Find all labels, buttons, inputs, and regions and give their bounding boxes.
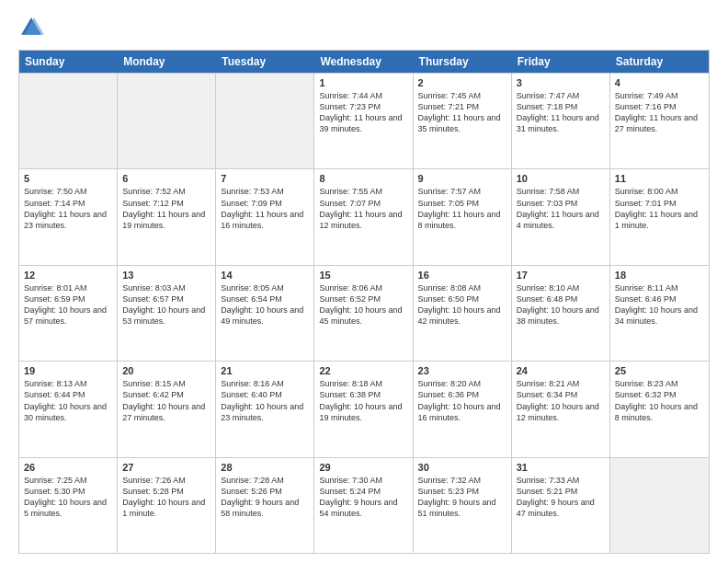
calendar-cell: 11Sunrise: 8:00 AM Sunset: 7:01 PM Dayli… (610, 169, 709, 264)
day-info: Sunrise: 8:11 AM Sunset: 6:46 PM Dayligh… (615, 282, 704, 327)
calendar-cell (19, 74, 118, 168)
calendar-cell: 17Sunrise: 8:10 AM Sunset: 6:48 PM Dayli… (512, 266, 610, 361)
weekday-header: Saturday (610, 51, 709, 73)
day-info: Sunrise: 8:10 AM Sunset: 6:48 PM Dayligh… (517, 282, 605, 327)
day-number: 25 (615, 365, 704, 376)
calendar-cell: 10Sunrise: 7:58 AM Sunset: 7:03 PM Dayli… (512, 169, 610, 264)
day-number: 12 (24, 270, 112, 281)
weekday-header: Tuesday (216, 51, 314, 73)
day-number: 11 (615, 173, 704, 184)
day-number: 3 (517, 77, 605, 88)
day-number: 13 (122, 270, 210, 281)
calendar-cell: 23Sunrise: 8:20 AM Sunset: 6:36 PM Dayli… (414, 362, 512, 456)
calendar-row: 1Sunrise: 7:44 AM Sunset: 7:23 PM Daylig… (19, 73, 709, 168)
calendar-cell: 15Sunrise: 8:06 AM Sunset: 6:52 PM Dayli… (314, 266, 413, 361)
day-info: Sunrise: 8:01 AM Sunset: 6:59 PM Dayligh… (24, 282, 112, 327)
day-info: Sunrise: 8:15 AM Sunset: 6:42 PM Dayligh… (122, 378, 210, 423)
calendar-cell: 24Sunrise: 8:21 AM Sunset: 6:34 PM Dayli… (512, 362, 610, 456)
header (18, 15, 710, 40)
calendar-cell: 21Sunrise: 8:16 AM Sunset: 6:40 PM Dayli… (216, 362, 314, 456)
day-number: 31 (517, 462, 605, 473)
day-info: Sunrise: 8:18 AM Sunset: 6:38 PM Dayligh… (319, 378, 407, 423)
calendar-cell: 9Sunrise: 7:57 AM Sunset: 7:05 PM Daylig… (414, 169, 512, 264)
calendar: SundayMondayTuesdayWednesdayThursdayFrid… (18, 50, 710, 554)
day-info: Sunrise: 8:16 AM Sunset: 6:40 PM Dayligh… (221, 378, 309, 423)
calendar-cell: 29Sunrise: 7:30 AM Sunset: 5:24 PM Dayli… (314, 458, 413, 553)
calendar-row: 19Sunrise: 8:13 AM Sunset: 6:44 PM Dayli… (19, 361, 709, 456)
day-info: Sunrise: 7:28 AM Sunset: 5:26 PM Dayligh… (221, 475, 309, 520)
calendar-cell: 31Sunrise: 7:33 AM Sunset: 5:21 PM Dayli… (512, 458, 610, 553)
calendar-row: 26Sunrise: 7:25 AM Sunset: 5:30 PM Dayli… (19, 457, 709, 553)
weekday-header: Wednesday (314, 51, 413, 73)
day-info: Sunrise: 7:32 AM Sunset: 5:23 PM Dayligh… (418, 475, 506, 520)
day-number: 24 (517, 365, 605, 376)
day-info: Sunrise: 7:52 AM Sunset: 7:12 PM Dayligh… (122, 186, 210, 231)
calendar-row: 5Sunrise: 7:50 AM Sunset: 7:14 PM Daylig… (19, 168, 709, 264)
day-info: Sunrise: 8:21 AM Sunset: 6:34 PM Dayligh… (517, 378, 605, 423)
day-info: Sunrise: 7:53 AM Sunset: 7:09 PM Dayligh… (221, 186, 309, 231)
day-info: Sunrise: 8:20 AM Sunset: 6:36 PM Dayligh… (418, 378, 506, 423)
day-number: 28 (221, 462, 309, 473)
calendar-cell: 27Sunrise: 7:26 AM Sunset: 5:28 PM Dayli… (118, 458, 216, 553)
calendar-cell: 12Sunrise: 8:01 AM Sunset: 6:59 PM Dayli… (19, 266, 118, 361)
day-number: 26 (24, 462, 112, 473)
day-number: 27 (122, 462, 210, 473)
day-number: 16 (418, 270, 506, 281)
day-info: Sunrise: 7:58 AM Sunset: 7:03 PM Dayligh… (517, 186, 605, 231)
day-number: 8 (319, 173, 407, 184)
calendar-cell: 2Sunrise: 7:45 AM Sunset: 7:21 PM Daylig… (414, 74, 512, 168)
day-number: 19 (24, 365, 112, 376)
logo-icon (18, 15, 44, 40)
day-info: Sunrise: 8:23 AM Sunset: 6:32 PM Dayligh… (615, 378, 704, 423)
weekday-header: Sunday (19, 51, 118, 73)
day-info: Sunrise: 8:00 AM Sunset: 7:01 PM Dayligh… (615, 186, 704, 231)
day-number: 4 (615, 77, 704, 88)
calendar-cell: 14Sunrise: 8:05 AM Sunset: 6:54 PM Dayli… (216, 266, 314, 361)
calendar-cell: 19Sunrise: 8:13 AM Sunset: 6:44 PM Dayli… (19, 362, 118, 456)
day-number: 29 (319, 462, 407, 473)
day-info: Sunrise: 7:33 AM Sunset: 5:21 PM Dayligh… (517, 475, 605, 520)
calendar-header: SundayMondayTuesdayWednesdayThursdayFrid… (19, 51, 709, 73)
calendar-cell (610, 458, 709, 553)
day-number: 7 (221, 173, 309, 184)
day-number: 14 (221, 270, 309, 281)
calendar-cell: 16Sunrise: 8:08 AM Sunset: 6:50 PM Dayli… (414, 266, 512, 361)
day-info: Sunrise: 7:55 AM Sunset: 7:07 PM Dayligh… (319, 186, 407, 231)
calendar-cell: 6Sunrise: 7:52 AM Sunset: 7:12 PM Daylig… (118, 169, 216, 264)
day-info: Sunrise: 8:06 AM Sunset: 6:52 PM Dayligh… (319, 282, 407, 327)
day-info: Sunrise: 8:08 AM Sunset: 6:50 PM Dayligh… (418, 282, 506, 327)
calendar-cell (118, 74, 216, 168)
day-info: Sunrise: 8:03 AM Sunset: 6:57 PM Dayligh… (122, 282, 210, 327)
day-number: 2 (418, 77, 506, 88)
day-info: Sunrise: 7:57 AM Sunset: 7:05 PM Dayligh… (418, 186, 506, 231)
calendar-cell: 5Sunrise: 7:50 AM Sunset: 7:14 PM Daylig… (19, 169, 118, 264)
calendar-cell: 1Sunrise: 7:44 AM Sunset: 7:23 PM Daylig… (314, 74, 413, 168)
day-number: 15 (319, 270, 407, 281)
weekday-header: Friday (512, 51, 610, 73)
weekday-header: Thursday (414, 51, 512, 73)
calendar-row: 12Sunrise: 8:01 AM Sunset: 6:59 PM Dayli… (19, 265, 709, 361)
calendar-cell: 13Sunrise: 8:03 AM Sunset: 6:57 PM Dayli… (118, 266, 216, 361)
calendar-cell: 28Sunrise: 7:28 AM Sunset: 5:26 PM Dayli… (216, 458, 314, 553)
day-info: Sunrise: 7:25 AM Sunset: 5:30 PM Dayligh… (24, 475, 112, 520)
day-info: Sunrise: 7:44 AM Sunset: 7:23 PM Dayligh… (319, 90, 407, 135)
day-info: Sunrise: 8:13 AM Sunset: 6:44 PM Dayligh… (24, 378, 112, 423)
calendar-cell: 30Sunrise: 7:32 AM Sunset: 5:23 PM Dayli… (414, 458, 512, 553)
day-info: Sunrise: 8:05 AM Sunset: 6:54 PM Dayligh… (221, 282, 309, 327)
calendar-cell: 22Sunrise: 8:18 AM Sunset: 6:38 PM Dayli… (314, 362, 413, 456)
day-number: 17 (517, 270, 605, 281)
day-info: Sunrise: 7:49 AM Sunset: 7:16 PM Dayligh… (615, 90, 704, 135)
day-info: Sunrise: 7:26 AM Sunset: 5:28 PM Dayligh… (122, 475, 210, 520)
day-number: 30 (418, 462, 506, 473)
calendar-cell: 3Sunrise: 7:47 AM Sunset: 7:18 PM Daylig… (512, 74, 610, 168)
day-number: 20 (122, 365, 210, 376)
calendar-cell: 25Sunrise: 8:23 AM Sunset: 6:32 PM Dayli… (610, 362, 709, 456)
calendar-cell: 18Sunrise: 8:11 AM Sunset: 6:46 PM Dayli… (610, 266, 709, 361)
calendar-cell (216, 74, 314, 168)
logo (18, 15, 48, 40)
weekday-header: Monday (118, 51, 216, 73)
calendar-cell: 7Sunrise: 7:53 AM Sunset: 7:09 PM Daylig… (216, 169, 314, 264)
day-info: Sunrise: 7:50 AM Sunset: 7:14 PM Dayligh… (24, 186, 112, 231)
day-info: Sunrise: 7:47 AM Sunset: 7:18 PM Dayligh… (517, 90, 605, 135)
day-number: 6 (122, 173, 210, 184)
